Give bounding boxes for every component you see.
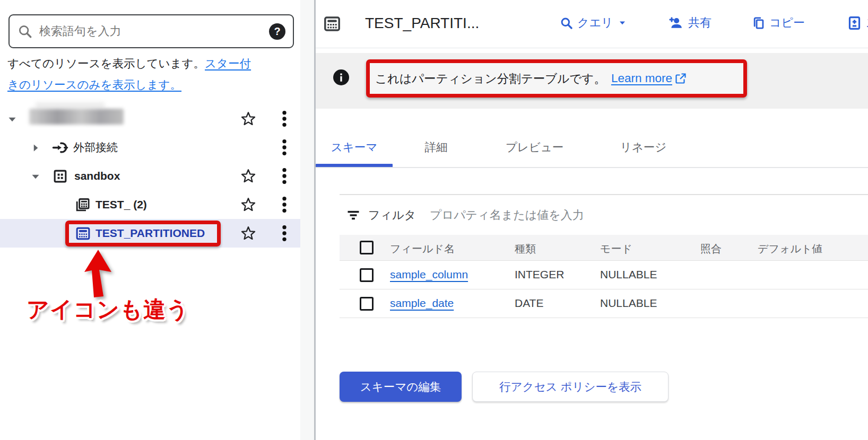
tree-label: sandbox [74, 170, 120, 182]
field-name-link[interactable]: sample_date [390, 297, 454, 310]
table-row: sample_date DATE NULLABLE [340, 289, 868, 318]
resource-search-box[interactable]: ? [8, 14, 294, 48]
learn-more-link[interactable]: Learn more [611, 72, 687, 85]
search-icon [17, 23, 33, 39]
filter-label: フィルタ [368, 207, 416, 223]
tree-label: TEST_ (2) [96, 198, 147, 211]
snapshot-button-label: スナップショット [866, 15, 868, 31]
tree-row-external-connections[interactable]: 外部接続 [0, 133, 300, 162]
tree-label: 外部接続 [73, 140, 118, 155]
external-connection-icon [52, 139, 68, 156]
page-title: TEST_PARTITI... [365, 15, 479, 32]
star-icon[interactable] [240, 168, 257, 184]
star-icon[interactable] [240, 196, 257, 213]
dropdown-caret-icon [617, 17, 628, 28]
tab-preview[interactable]: プレビュー [485, 129, 584, 164]
annotation-text: アイコンも違う [27, 295, 189, 324]
table-icon [74, 197, 91, 213]
tab-label: スキーマ [331, 139, 378, 155]
tab-schema[interactable]: スキーマ [316, 129, 393, 164]
learn-more-label: Learn more [611, 72, 672, 85]
column-header-mode: モード [600, 242, 632, 256]
external-link-icon [674, 72, 687, 85]
more-menu-icon[interactable] [279, 224, 290, 242]
star-icon[interactable] [240, 225, 257, 242]
tab-label: リネージ [620, 139, 667, 155]
tab-label: プレビュー [506, 139, 564, 155]
tree-row-project[interactable] [0, 104, 300, 133]
caret-right-icon[interactable] [29, 141, 41, 154]
tab-lineage[interactable]: リネージ [594, 129, 692, 164]
more-menu-icon[interactable] [279, 167, 290, 185]
dataset-icon [52, 168, 68, 184]
caret-down-icon[interactable] [29, 170, 41, 182]
bigquery-console: ? すべてのリソースを表示しています。スター付 きのリソースのみを表示します。 … [0, 0, 868, 440]
table-row: sample_column INTEGER NULLABLE [340, 261, 868, 289]
copy-button-label: コピー [769, 15, 805, 31]
annotation-red-box-sidebar [65, 221, 221, 247]
explorer-sidebar: ? すべてのリソースを表示しています。スター付 きのリソースのみを表示します。 … [0, 0, 300, 440]
filter-icon [346, 208, 361, 223]
partitioned-table-icon [323, 14, 342, 33]
banner-text: これはパーティション分割テーブルです。 [375, 71, 606, 87]
starred-only-link-2[interactable]: きのリソースのみを表示します。 [7, 78, 181, 91]
show-row-access-policies-button[interactable]: 行アクセス ポリシーを表示 [472, 372, 669, 402]
share-button[interactable]: 共有 [667, 15, 711, 31]
column-header-field: フィールド名 [390, 242, 455, 256]
filter-input[interactable] [430, 208, 868, 222]
caret-down-icon[interactable] [5, 112, 18, 125]
tree-row-sandbox-dataset[interactable]: sandbox [0, 162, 300, 190]
snapshot-button[interactable]: スナップショット [847, 15, 868, 31]
search-input[interactable] [39, 24, 269, 38]
more-menu-icon[interactable] [279, 196, 290, 214]
tab-label: 詳細 [425, 139, 448, 155]
field-name-link[interactable]: sample_column [390, 268, 468, 281]
tab-details[interactable]: 詳細 [399, 129, 473, 164]
column-header-collation: 照合 [700, 242, 722, 256]
copy-button[interactable]: コピー [751, 15, 805, 31]
column-header-type: 種類 [515, 242, 536, 256]
edit-schema-button[interactable]: スキーマの編集 [340, 372, 462, 402]
filter-toggle[interactable]: フィルタ [346, 207, 416, 223]
field-mode: NULLABLE [600, 268, 657, 281]
share-button-label: 共有 [688, 15, 711, 31]
select-all-checkbox[interactable] [360, 241, 374, 254]
info-icon [333, 69, 349, 85]
query-button-label: クエリ [577, 15, 613, 31]
field-type: INTEGER [515, 268, 564, 281]
annotation-arrow-up [77, 248, 120, 300]
note-text: すべてのリソースを表示しています。 [7, 57, 205, 70]
annotation-red-box-banner: これはパーティション分割テーブルです。 Learn more [366, 59, 747, 98]
star-icon[interactable] [240, 110, 257, 127]
resource-note: すべてのリソースを表示しています。スター付 きのリソースのみを表示します。 [7, 53, 294, 95]
field-type: DATE [515, 297, 543, 310]
tabs-divider [316, 167, 868, 168]
schema-filter-row: フィルタ [340, 195, 868, 235]
more-menu-icon[interactable] [279, 138, 290, 156]
more-menu-icon[interactable] [279, 110, 290, 128]
row-checkbox[interactable] [360, 297, 374, 311]
column-header-default: デフォルト値 [758, 242, 822, 256]
help-icon[interactable]: ? [269, 23, 285, 40]
field-mode: NULLABLE [600, 297, 657, 310]
starred-only-link[interactable]: スター付 [205, 57, 251, 70]
schema-table-header: フィールド名 種類 モード 照合 デフォルト値 [340, 235, 868, 261]
query-button[interactable]: クエリ [559, 15, 628, 31]
row-checkbox[interactable] [360, 268, 374, 282]
sidebar-scroll-gutter [300, 0, 314, 440]
project-name-blurred [29, 109, 124, 125]
tree-row-test-table[interactable]: TEST_ (2) [0, 190, 300, 219]
